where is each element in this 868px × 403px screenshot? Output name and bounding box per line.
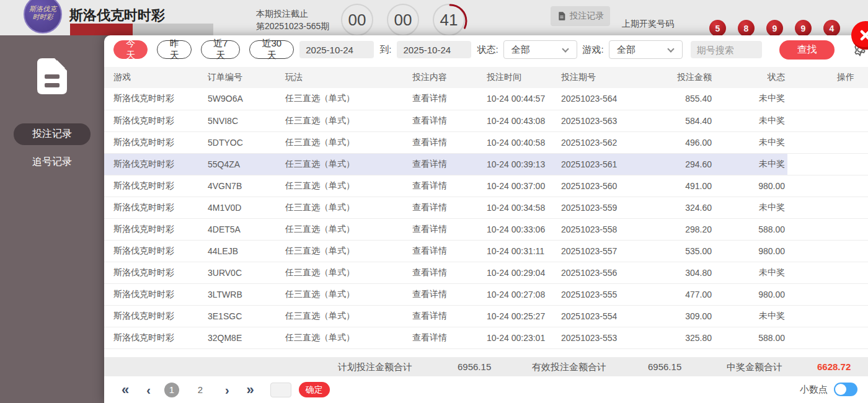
cell-bet-time: 10-24 00:34:58 <box>487 197 561 218</box>
cell-detail-link[interactable]: 查看详情 <box>412 131 487 153</box>
bet-records-button[interactable]: 投注记录 <box>551 6 610 26</box>
quick-filter-button[interactable]: 今天 <box>113 40 148 59</box>
cell-detail-link[interactable]: 查看详情 <box>412 218 487 240</box>
first-page-button[interactable]: « <box>122 383 129 397</box>
cell-game: 斯洛伐克时时彩 <box>104 283 208 305</box>
page-number-2[interactable]: 2 <box>193 383 208 397</box>
column-header: 操作 <box>787 67 868 88</box>
cell-order-id[interactable]: 5NVI8C <box>208 110 285 131</box>
cell-game: 斯洛伐克时时彩 <box>104 175 208 197</box>
modal-sidebar: 投注记录追号记录 <box>0 35 104 403</box>
sidebar-menu: 投注记录追号记录 <box>0 117 104 179</box>
cell-bet-time: 10-24 00:27:08 <box>487 283 561 305</box>
cell-status: 未中奖 <box>719 110 787 131</box>
search-button[interactable]: 查找 <box>779 40 835 60</box>
cell-play-type: 任三直选（单式） <box>285 110 412 131</box>
table-row: 斯洛伐克时时彩4DET5A任三直选（单式）查看详情10-24 00:33:062… <box>104 218 868 240</box>
valid-total-value: 6956.15 <box>648 361 681 372</box>
cell-order-id[interactable]: 4VGN7B <box>208 175 285 197</box>
last-page-button[interactable]: » <box>247 383 254 397</box>
status-select[interactable]: 全部 <box>503 40 577 59</box>
cell-game: 斯洛伐克时时彩 <box>104 110 208 131</box>
cell-detail-link[interactable]: 查看详情 <box>412 240 487 262</box>
table-header-row: 游戏订单编号玩法投注内容投注时间投注期号投注金额状态操作 <box>104 67 868 88</box>
cell-play-type: 任三直选（单式） <box>285 262 412 283</box>
column-header: 状态 <box>719 67 787 88</box>
decimal-toggle[interactable] <box>834 383 857 396</box>
page-jump-input[interactable] <box>270 383 291 397</box>
cell-game: 斯洛伐克时时彩 <box>104 218 208 240</box>
cell-order-id[interactable]: 5DTYOC <box>208 131 285 153</box>
cell-order-id[interactable]: 44LEJB <box>208 240 285 262</box>
cell-detail-link[interactable]: 查看详情 <box>412 283 487 305</box>
cell-bet-period: 20251023-559 <box>561 197 654 218</box>
cell-detail-link[interactable]: 查看详情 <box>412 153 487 175</box>
cell-detail-link[interactable]: 查看详情 <box>412 197 487 218</box>
period-search-input[interactable] <box>691 41 762 58</box>
quick-filter-button[interactable]: 昨天 <box>157 40 191 59</box>
cell-actions <box>787 131 868 153</box>
cell-play-type: 任三直选（单式） <box>285 88 412 110</box>
cell-bet-time: 10-24 00:33:06 <box>487 218 561 240</box>
prev-page-button[interactable]: ‹ <box>146 384 151 396</box>
cell-bet-period: 20251023-558 <box>561 218 654 240</box>
document-icon <box>557 11 567 21</box>
cell-bet-period: 20251023-554 <box>561 305 654 327</box>
cell-order-id[interactable]: 3URV0C <box>208 262 285 283</box>
sidebar-item-bet-records[interactable]: 投注记录 <box>14 123 91 145</box>
cell-game: 斯洛伐克时时彩 <box>104 88 208 110</box>
cell-order-id[interactable]: 5W9O6A <box>208 88 285 110</box>
filter-bar: 今天昨天近7天近30天 到: 状态: 全部 游戏: 全部 查找 <box>104 40 868 59</box>
cell-order-id[interactable]: 4DET5A <box>208 218 285 240</box>
sidebar-item-chase-records[interactable]: 追号记录 <box>14 151 91 173</box>
cell-detail-link[interactable]: 查看详情 <box>412 327 487 348</box>
cell-detail-link[interactable]: 查看详情 <box>412 110 487 131</box>
deadline-info: 本期投注截止 第20251023-565期 <box>256 7 329 32</box>
cell-bet-period: 20251023-563 <box>561 110 654 131</box>
table-row: 斯洛伐克时时彩4VGN7B任三直选（单式）查看详情10-24 00:37:002… <box>104 175 868 197</box>
cell-detail-link[interactable]: 查看详情 <box>412 175 487 197</box>
cell-detail-link[interactable]: 查看详情 <box>412 305 487 327</box>
last-draw-label: 上期开奖号码 <box>622 19 674 30</box>
countdown-minutes: 00 <box>387 4 419 36</box>
cell-play-type: 任三直选（单式） <box>285 131 412 153</box>
cell-bet-amount: 535.00 <box>654 240 719 262</box>
cell-order-id[interactable]: 3E1SGC <box>208 305 285 327</box>
cell-bet-amount: 496.00 <box>654 131 719 153</box>
totals-bar: 计划投注金额合计 6956.15 有效投注金额合计 6956.15 中奖金额合计… <box>104 357 868 376</box>
countdown-seconds: 41 <box>433 4 465 36</box>
page-confirm-button[interactable]: 确定 <box>299 382 330 397</box>
quick-filter-button[interactable]: 近7天 <box>201 40 241 59</box>
cell-bet-amount: 584.40 <box>654 110 719 131</box>
cell-play-type: 任三直选（单式） <box>285 218 412 240</box>
decimal-toggle-label: 小数点 <box>800 384 828 396</box>
cell-order-id[interactable]: 4M1V0D <box>208 197 285 218</box>
cell-order-id[interactable]: 3LTWRB <box>208 283 285 305</box>
table-row: 斯洛伐克时时彩4M1V0D任三直选（单式）查看详情10-24 00:34:582… <box>104 197 868 218</box>
cell-detail-link[interactable]: 查看详情 <box>412 262 487 283</box>
cell-game: 斯洛伐克时时彩 <box>104 153 208 175</box>
game-select-value: 全部 <box>617 44 636 56</box>
cell-actions <box>787 153 868 175</box>
bet-records-table: 游戏订单编号玩法投注内容投注时间投注期号投注金额状态操作 斯洛伐克时时彩5W9O… <box>104 67 868 349</box>
quick-filter-button[interactable]: 近30天 <box>249 40 294 59</box>
page-number-1[interactable]: 1 <box>164 383 179 397</box>
cell-play-type: 任三直选（单式） <box>285 283 412 305</box>
cell-detail-link[interactable]: 查看详情 <box>412 88 487 110</box>
play-mode-tab[interactable] <box>133 24 213 35</box>
cell-order-id[interactable]: 55Q4ZA <box>208 153 285 175</box>
game-select[interactable]: 全部 <box>609 40 683 59</box>
lottery-ball: 8 <box>738 20 755 37</box>
next-page-button[interactable]: › <box>225 384 229 396</box>
chevron-down-icon <box>667 45 674 52</box>
date-from-input[interactable] <box>299 41 374 58</box>
cell-game: 斯洛伐克时时彩 <box>104 197 208 218</box>
cell-order-id[interactable]: 32QM8E <box>208 327 285 348</box>
decimal-toggle-wrap: 小数点 <box>800 383 857 396</box>
cell-actions <box>787 283 868 305</box>
cell-bet-time: 10-24 00:43:08 <box>487 110 561 131</box>
cell-status: 未中奖 <box>719 305 787 327</box>
cell-bet-amount: 855.40 <box>654 88 719 110</box>
date-to-input[interactable] <box>397 41 471 58</box>
play-mode-tab-active[interactable] <box>70 24 133 35</box>
